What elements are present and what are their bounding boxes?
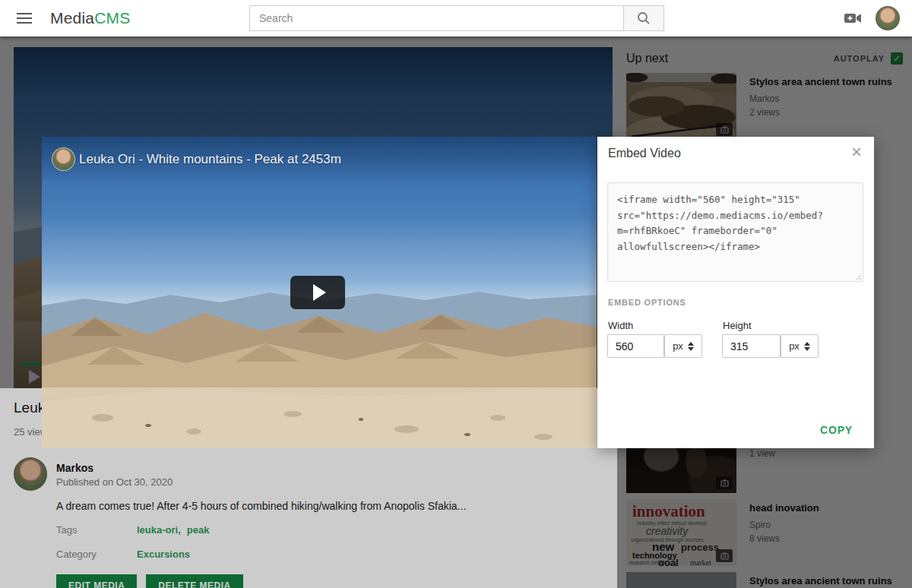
select-arrows-icon (688, 342, 694, 351)
embed-options-label: EMBED OPTIONS (608, 298, 686, 307)
height-label: Height (723, 320, 752, 331)
video-overlay-title: Leuka Ori - White mountains - Peak at 24… (79, 152, 341, 167)
embed-video-modal: Embed Video × <iframe width="560" height… (597, 137, 874, 448)
category-label: Category (56, 548, 97, 560)
play-button[interactable] (290, 276, 345, 309)
width-label: Width (608, 320, 633, 331)
modal-title: Embed Video (608, 147, 681, 160)
logo-cms-text: CMS (94, 9, 130, 27)
category-links: Excursions (137, 548, 196, 560)
tags-label: Tags (56, 524, 77, 536)
select-arrows-icon (804, 342, 810, 351)
search-input[interactable] (249, 5, 623, 31)
width-input[interactable] (607, 334, 664, 358)
close-icon[interactable]: × (851, 141, 862, 163)
embed-code-textarea[interactable]: <iframe width="560" height="315" src="ht… (607, 182, 863, 282)
height-input[interactable] (722, 334, 781, 358)
play-icon (313, 284, 326, 301)
edit-media-button[interactable]: EDIT MEDIA (56, 574, 137, 588)
height-unit-select[interactable]: px (781, 334, 819, 358)
user-avatar[interactable] (876, 6, 900, 30)
logo[interactable]: MediaCMS (50, 9, 130, 27)
top-navbar: MediaCMS (0, 0, 912, 36)
tag-link-peak[interactable]: peak (187, 524, 210, 536)
channel-avatar[interactable] (52, 147, 75, 171)
logo-media-text: Media (50, 9, 94, 27)
delete-media-button[interactable]: DELETE MEDIA (146, 574, 242, 588)
upload-media-icon[interactable] (844, 11, 862, 25)
video-player[interactable]: Leuka Ori - White mountains - Peak at 24… (42, 137, 597, 448)
width-unit-select[interactable]: px (664, 334, 702, 358)
height-unit-value: px (789, 340, 800, 352)
published-date: Published on Oct 30, 2020 (56, 476, 173, 488)
copy-button[interactable]: COPY (820, 424, 853, 436)
media-description: A dream comes true! After 4-5 hours of c… (56, 500, 466, 512)
category-link-excursions[interactable]: Excursions (137, 548, 190, 560)
author-name[interactable]: Markos (56, 462, 93, 474)
tags-links: leuka-ori,peak (137, 524, 215, 536)
width-unit-value: px (673, 340, 683, 352)
search-icon (636, 11, 651, 26)
search-button[interactable] (623, 5, 664, 31)
menu-icon[interactable] (9, 6, 40, 30)
author-avatar[interactable] (14, 457, 47, 491)
resize-handle[interactable] (854, 273, 861, 280)
tag-link-leuka-ori[interactable]: leuka-ori, (137, 524, 181, 536)
